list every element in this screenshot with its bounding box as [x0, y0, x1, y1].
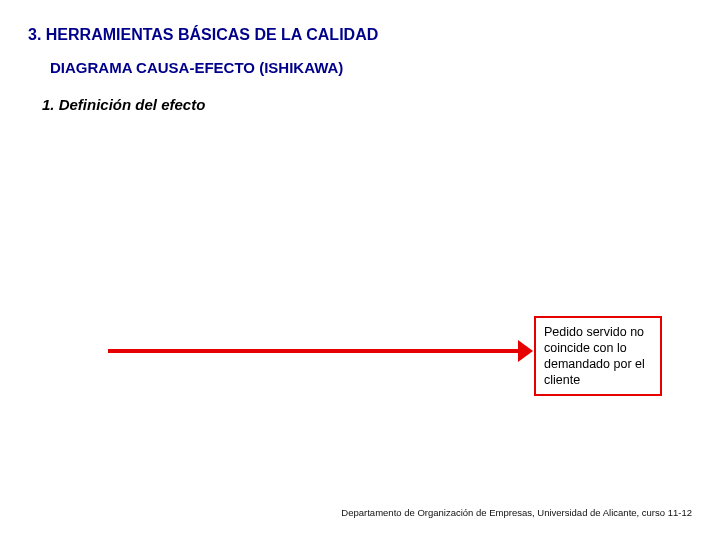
footer-credit: Departamento de Organización de Empresas…	[341, 507, 692, 518]
arrowhead-icon	[518, 340, 533, 362]
slide: 3. HERRAMIENTAS BÁSICAS DE LA CALIDAD DI…	[0, 0, 720, 540]
effect-box: Pedido servido no coincide con lo demand…	[534, 316, 662, 396]
section-title: 3. HERRAMIENTAS BÁSICAS DE LA CALIDAD	[28, 26, 378, 44]
fishbone-spine	[108, 349, 522, 353]
diagram-subtitle: DIAGRAMA CAUSA-EFECTO (ISHIKAWA)	[50, 59, 343, 76]
effect-text: Pedido servido no coincide con lo demand…	[544, 325, 645, 387]
step-heading: 1. Definición del efecto	[42, 96, 205, 113]
